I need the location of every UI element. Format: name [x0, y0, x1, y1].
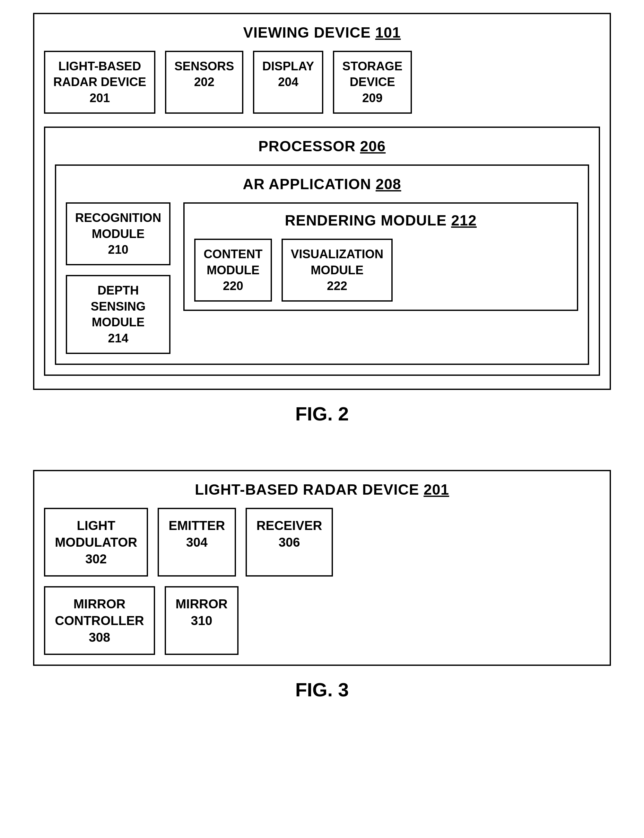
ar-application-box: AR APPLICATION 208 RECOGNITION MODULE 21… [55, 165, 589, 365]
lbrd-main-title-text: LIGHT-BASED RADAR DEVICE [195, 481, 419, 498]
lbrd-num: 201 [90, 91, 110, 105]
ar-app-num: 208 [376, 176, 401, 193]
processor-box: PROCESSOR 206 AR APPLICATION 208 RECOGNI… [44, 127, 600, 376]
top-modules-row: LIGHT-BASED RADAR DEVICE 201 SENSORS 202… [44, 51, 600, 114]
content-line1: CONTENT [204, 246, 263, 262]
lbrd-row1: LIGHT MODULATOR 302 EMITTER 304 RECEIVER… [44, 508, 600, 576]
lbrd-line1: LIGHT-BASED [53, 58, 146, 74]
visualization-line1: VISUALIZATION [291, 246, 384, 262]
mirror-label: MIRROR [176, 596, 228, 612]
depth-num: 214 [108, 331, 128, 345]
mc-line1: MIRROR [55, 596, 144, 612]
sensors-num: 202 [194, 75, 214, 89]
recognition-module-box: RECOGNITION MODULE 210 [66, 203, 171, 265]
mc-line2: CONTROLLER [55, 612, 144, 629]
ar-app-title: AR APPLICATION 208 [66, 175, 578, 193]
storage-line2: DEVICE [342, 74, 402, 90]
display-label: DISPLAY [262, 58, 314, 74]
viewing-device-num: 101 [375, 24, 401, 41]
processor-num: 206 [360, 138, 386, 155]
fig2-section: VIEWING DEVICE 101 LIGHT-BASED RADAR DEV… [33, 13, 611, 425]
lbrd-main-num: 201 [424, 481, 449, 498]
rendering-inner-row: CONTENT MODULE 220 VISUALIZATION MODULE … [194, 239, 567, 301]
visualization-num: 222 [327, 279, 347, 293]
lbrd-main-title: LIGHT-BASED RADAR DEVICE 201 [44, 481, 600, 498]
light-modulator-box: LIGHT MODULATOR 302 [44, 508, 148, 576]
display-num: 204 [278, 75, 298, 89]
viewing-device-box: VIEWING DEVICE 101 LIGHT-BASED RADAR DEV… [33, 13, 611, 390]
mc-num: 308 [89, 630, 110, 644]
lm-line2: MODULATOR [55, 534, 137, 550]
rendering-num: 212 [451, 212, 477, 229]
sensors-label: SENSORS [174, 58, 234, 74]
depth-line1: DEPTH [75, 283, 161, 298]
content-num: 220 [223, 279, 243, 293]
lm-num: 302 [85, 552, 107, 566]
viewing-device-title: VIEWING DEVICE 101 [44, 24, 600, 41]
visualization-line2: MODULE [291, 262, 384, 278]
depth-line3: MODULE [75, 314, 161, 330]
sensors-box: SENSORS 202 [165, 51, 243, 114]
processor-title: PROCESSOR 206 [55, 137, 589, 155]
emitter-num: 304 [186, 535, 208, 549]
fig2-label: FIG. 2 [33, 403, 611, 425]
mirror-num: 310 [191, 614, 212, 627]
mirror-box: MIRROR 310 [165, 586, 238, 655]
rendering-title-text: RENDERING MODULE [285, 212, 447, 229]
storage-device-box: STORAGE DEVICE 209 [333, 51, 412, 114]
recognition-line2: MODULE [75, 226, 161, 242]
viewing-device-title-text: VIEWING DEVICE [243, 24, 371, 41]
receiver-box: RECEIVER 306 [246, 508, 333, 576]
content-line2: MODULE [204, 262, 263, 278]
lbrd-main-box: LIGHT-BASED RADAR DEVICE 201 LIGHT MODUL… [33, 470, 611, 666]
receiver-label: RECEIVER [256, 517, 322, 534]
lbrd-line2: RADAR DEVICE [53, 74, 146, 90]
content-module-box: CONTENT MODULE 220 [194, 239, 272, 301]
rendering-title: RENDERING MODULE 212 [194, 212, 567, 229]
inner-modules-row: RECOGNITION MODULE 210 DEPTH SENSING MOD… [66, 203, 578, 354]
lm-line1: LIGHT [55, 517, 137, 534]
depth-line2: SENSING [75, 299, 161, 314]
display-box: DISPLAY 204 [253, 51, 323, 114]
depth-sensing-module-box: DEPTH SENSING MODULE 214 [66, 275, 171, 354]
lbrd-row2: MIRROR CONTROLLER 308 MIRROR 310 [44, 586, 600, 655]
storage-num: 209 [362, 91, 382, 105]
visualization-module-box: VISUALIZATION MODULE 222 [281, 239, 393, 301]
fig3-label: FIG. 3 [33, 679, 611, 701]
receiver-num: 306 [279, 535, 300, 549]
recognition-line1: RECOGNITION [75, 210, 161, 226]
light-based-radar-device-box: LIGHT-BASED RADAR DEVICE 201 [44, 51, 155, 114]
left-modules-col: RECOGNITION MODULE 210 DEPTH SENSING MOD… [66, 203, 171, 354]
emitter-label: EMITTER [169, 517, 225, 534]
storage-line1: STORAGE [342, 58, 402, 74]
emitter-box: EMITTER 304 [158, 508, 236, 576]
mirror-controller-box: MIRROR CONTROLLER 308 [44, 586, 155, 655]
processor-title-text: PROCESSOR [258, 138, 356, 155]
fig3-section: LIGHT-BASED RADAR DEVICE 201 LIGHT MODUL… [33, 470, 611, 701]
ar-app-title-text: AR APPLICATION [243, 176, 371, 193]
recognition-num: 210 [108, 243, 128, 256]
rendering-module-box: RENDERING MODULE 212 CONTENT MODULE 220 [183, 203, 578, 311]
